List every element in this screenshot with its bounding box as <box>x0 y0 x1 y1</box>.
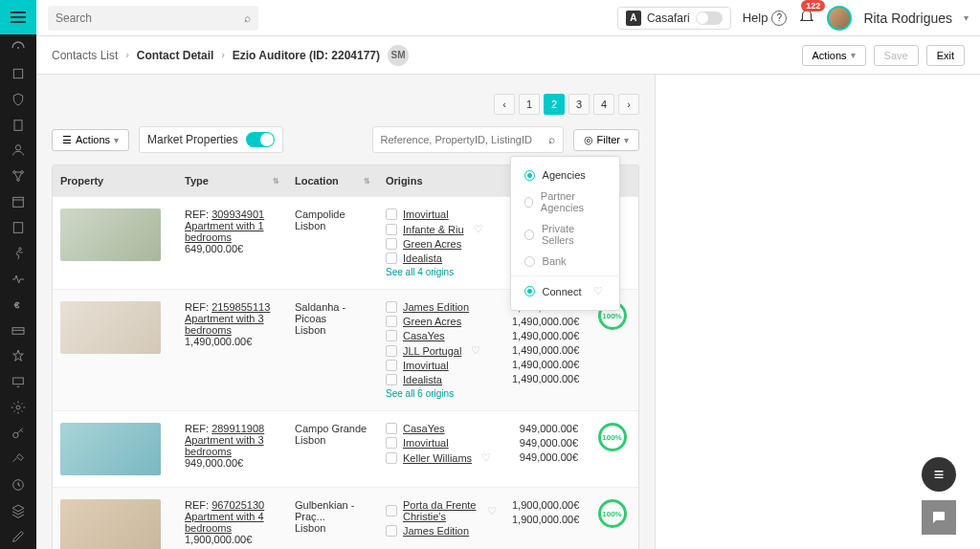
origin-link[interactable]: CasaYes <box>403 423 445 434</box>
nav-running-icon[interactable] <box>0 240 36 266</box>
reference-input[interactable] <box>381 134 548 145</box>
nav-contacts-icon[interactable] <box>0 138 36 164</box>
origin-link[interactable]: Idealista <box>403 374 442 385</box>
origin-checkbox[interactable] <box>386 316 397 327</box>
origin-checkbox[interactable] <box>386 253 397 264</box>
origin-checkbox[interactable] <box>386 437 397 449</box>
brand-toggle[interactable]: A Casafari <box>617 7 731 30</box>
filter-bank[interactable]: Bank <box>511 251 619 272</box>
col-type[interactable]: Type⇅ <box>177 165 287 196</box>
actions-dropdown[interactable]: Actions▾ <box>802 45 866 66</box>
exit-button[interactable]: Exit <box>926 45 965 66</box>
page-2[interactable]: 2 <box>544 94 565 115</box>
origin-checkbox[interactable] <box>386 505 397 516</box>
notifications-button[interactable]: 122 <box>798 8 815 28</box>
origin-link[interactable]: James Edition <box>403 525 469 537</box>
property-title[interactable]: Apartment with 4 bedrooms <box>185 511 279 534</box>
col-origins[interactable]: Origins <box>378 165 504 196</box>
filter-private-sellers[interactable]: Private Sellers <box>511 218 619 251</box>
breadcrumb-l2[interactable]: Contact Detail <box>137 49 214 62</box>
page-prev[interactable]: ‹ <box>494 94 515 115</box>
origin-link[interactable]: Green Acres <box>403 238 461 250</box>
col-property[interactable]: Property <box>53 165 177 196</box>
origin-link[interactable]: Keller Williams <box>403 452 472 464</box>
origin-link[interactable]: James Edition <box>403 301 469 313</box>
property-thumbnail[interactable] <box>60 499 161 549</box>
property-thumbnail[interactable] <box>60 423 161 475</box>
save-button[interactable]: Save <box>874 45 919 66</box>
property-title[interactable]: Apartment with 3 bedrooms <box>185 434 279 457</box>
menu-toggle[interactable] <box>0 0 36 34</box>
nav-pulse-icon[interactable] <box>0 266 36 292</box>
origin-link[interactable]: Idealista <box>403 253 442 264</box>
property-title[interactable]: Apartment with 3 bedrooms <box>185 313 279 336</box>
origin-checkbox[interactable] <box>386 423 397 434</box>
origin-checkbox[interactable] <box>386 224 397 235</box>
nav-dashboard-icon[interactable] <box>0 34 36 60</box>
origin-link[interactable]: Infante & Riu <box>403 224 464 235</box>
nav-properties-icon[interactable] <box>0 60 36 86</box>
origin-link[interactable]: Imovirtual <box>403 437 449 449</box>
help-link[interactable]: Help ? <box>743 11 788 26</box>
origin-checkbox[interactable] <box>386 374 397 385</box>
nav-card-icon[interactable] <box>0 318 36 343</box>
chevron-down-icon[interactable]: ▾ <box>964 12 969 23</box>
filter-connect[interactable]: Connect ♡ <box>511 280 619 302</box>
property-thumbnail[interactable] <box>60 301 161 354</box>
filter-button[interactable]: ◎ Filter ▾ <box>573 129 639 151</box>
see-all-origins[interactable]: See all 4 origins <box>386 267 497 277</box>
nav-star-icon[interactable] <box>0 343 36 369</box>
nav-network-icon[interactable] <box>0 164 36 189</box>
origin-checkbox[interactable] <box>386 238 397 250</box>
nav-settings-icon[interactable] <box>0 395 36 421</box>
col-location[interactable]: Location⇅ <box>287 165 378 196</box>
origin-link[interactable]: Green Acres <box>403 316 461 327</box>
search-input[interactable] <box>56 11 244 25</box>
see-all-origins[interactable]: See all 6 origins <box>386 388 497 399</box>
nav-key-icon[interactable] <box>0 421 36 447</box>
nav-calendar-icon[interactable] <box>0 189 36 215</box>
page-next[interactable]: › <box>618 94 639 115</box>
origin-checkbox[interactable] <box>386 345 397 357</box>
brand-switch[interactable] <box>696 11 723 25</box>
table-row[interactable]: REF: 967025130 Apartment with 4 bedrooms… <box>53 487 638 549</box>
filter-partner-agencies[interactable]: Partner Agencies <box>511 186 619 218</box>
origin-link[interactable]: CasaYes <box>403 330 445 341</box>
nav-layers-icon[interactable] <box>0 497 36 523</box>
origin-checkbox[interactable] <box>386 330 397 341</box>
origin-checkbox[interactable] <box>386 209 397 220</box>
origin-checkbox[interactable] <box>386 525 397 537</box>
origin-link[interactable]: JLL Portugal <box>403 345 461 357</box>
nav-tasks-icon[interactable] <box>0 215 36 241</box>
page-1[interactable]: 1 <box>519 94 540 115</box>
origin-checkbox[interactable] <box>386 301 397 313</box>
property-thumbnail[interactable] <box>60 209 161 261</box>
origin-checkbox[interactable] <box>386 452 397 464</box>
origin-link[interactable]: Porta da Frente Christie's <box>403 499 478 522</box>
property-title[interactable]: Apartment with 1 bedrooms <box>185 220 279 243</box>
nav-shield-icon[interactable] <box>0 86 36 112</box>
origin-checkbox[interactable] <box>386 360 397 371</box>
origin-link[interactable]: Imovirtual <box>403 209 449 220</box>
origin-link[interactable]: Imovirtual <box>403 360 449 371</box>
chat-fab[interactable] <box>922 500 956 535</box>
nav-clock-icon[interactable] <box>0 472 36 497</box>
nav-euro-icon[interactable]: € <box>0 292 36 318</box>
fab-menu[interactable]: ≡ <box>922 457 956 492</box>
global-search[interactable]: ⌕ <box>48 6 258 31</box>
reference-search[interactable]: ⌕ Agencies Partner Agencies Private Sell… <box>372 126 564 153</box>
breadcrumb-l1[interactable]: Contacts List <box>52 49 118 62</box>
sort-icon[interactable]: ⇅ <box>273 177 279 186</box>
sort-icon[interactable]: ⇅ <box>364 177 370 186</box>
filter-agencies[interactable]: Agencies <box>511 165 619 186</box>
nav-edit-icon[interactable] <box>0 523 36 549</box>
table-row[interactable]: REF: 289911908 Apartment with 3 bedrooms… <box>53 410 638 487</box>
page-3[interactable]: 3 <box>568 94 590 115</box>
page-4[interactable]: 4 <box>593 94 614 115</box>
table-actions-dropdown[interactable]: ☰ Actions ▾ <box>52 129 129 151</box>
nav-gavel-icon[interactable] <box>0 446 36 472</box>
nav-building-icon[interactable] <box>0 112 36 138</box>
avatar[interactable] <box>827 6 852 31</box>
market-properties-toggle[interactable]: Market Properties <box>139 126 283 153</box>
nav-present-icon[interactable] <box>0 369 36 395</box>
